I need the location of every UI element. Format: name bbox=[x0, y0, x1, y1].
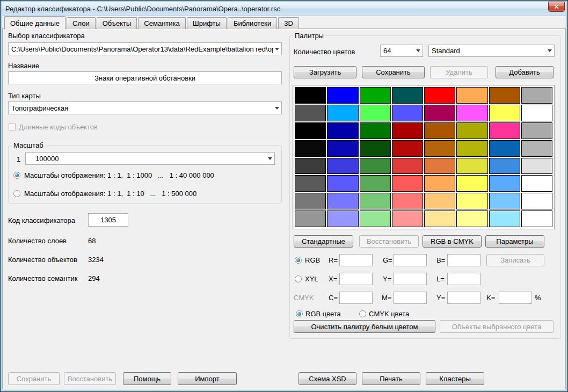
palette-color-cell[interactable] bbox=[360, 122, 391, 139]
import-button[interactable]: Импорт bbox=[178, 372, 237, 385]
standard-colors-button[interactable]: Стандартные bbox=[294, 235, 353, 248]
tab-semantics[interactable]: Семантика bbox=[138, 17, 185, 29]
palette-color-cell[interactable] bbox=[456, 175, 487, 192]
palette-color-cell[interactable] bbox=[489, 175, 520, 192]
c-input[interactable] bbox=[339, 292, 373, 304]
palette-color-cell[interactable] bbox=[456, 193, 487, 209]
tab-libraries[interactable]: Библиотеки bbox=[228, 17, 277, 29]
palette-color-cell[interactable] bbox=[521, 193, 552, 209]
palette-color-cell[interactable] bbox=[456, 158, 487, 175]
print-button[interactable]: Печать bbox=[362, 372, 420, 385]
palette-color-cell[interactable] bbox=[360, 87, 391, 104]
tab-layers[interactable]: Слои bbox=[67, 17, 96, 29]
palette-color-cell[interactable] bbox=[392, 210, 423, 227]
parameters-button[interactable]: Параметры bbox=[485, 235, 544, 248]
palette-color-cell[interactable] bbox=[295, 105, 326, 121]
footer-restore-button[interactable]: Восстановить bbox=[64, 372, 116, 385]
palette-color-cell[interactable] bbox=[424, 210, 455, 227]
palette-color-cell[interactable] bbox=[456, 210, 487, 227]
help-button[interactable]: Помощь bbox=[123, 372, 171, 385]
palette-color-cell[interactable] bbox=[295, 122, 326, 139]
palette-color-cell[interactable] bbox=[360, 210, 391, 227]
palette-color-cell[interactable] bbox=[295, 87, 326, 104]
palette-color-cell[interactable] bbox=[360, 193, 391, 209]
palette-color-cell[interactable] bbox=[327, 122, 358, 139]
palette-color-cell[interactable] bbox=[456, 122, 487, 139]
palette-color-cell[interactable] bbox=[360, 158, 391, 175]
g-input[interactable] bbox=[394, 254, 427, 266]
palette-color-cell[interactable] bbox=[489, 158, 520, 175]
colors-count-combobox[interactable]: 64 bbox=[380, 45, 423, 57]
chevron-down-icon[interactable] bbox=[266, 153, 274, 164]
palette-color-cell[interactable] bbox=[392, 122, 423, 139]
palette-color-cell[interactable] bbox=[424, 87, 455, 104]
classifier-name-input[interactable]: Знаки оперативной обстановки bbox=[8, 71, 282, 84]
palette-color-cell[interactable] bbox=[424, 140, 455, 157]
palette-color-cell[interactable] bbox=[295, 158, 326, 175]
clusters-button[interactable]: Кластеры bbox=[426, 372, 484, 385]
palette-color-cell[interactable] bbox=[424, 193, 455, 209]
palette-color-cell[interactable] bbox=[424, 122, 455, 139]
delete-palette-button[interactable]: Удалить bbox=[430, 66, 488, 78]
palette-color-cell[interactable] bbox=[424, 175, 455, 192]
scale-range-2-radio[interactable] bbox=[13, 190, 20, 197]
scale-combobox[interactable]: 100000 bbox=[25, 153, 275, 165]
restore-colors-button[interactable]: Восстановить bbox=[359, 235, 419, 248]
palette-color-cell[interactable] bbox=[456, 105, 487, 121]
tab-3d[interactable]: 3D bbox=[278, 17, 299, 29]
palette-color-cell[interactable] bbox=[424, 105, 455, 121]
palette-color-cell[interactable] bbox=[489, 210, 520, 227]
palette-color-cell[interactable] bbox=[360, 140, 391, 157]
map-type-combobox[interactable]: Топографическая bbox=[8, 101, 282, 114]
palette-color-cell[interactable] bbox=[295, 175, 326, 192]
palette-color-cell[interactable] bbox=[327, 158, 358, 175]
cmyk-colors-radio[interactable] bbox=[359, 310, 366, 317]
palette-color-cell[interactable] bbox=[456, 87, 487, 104]
chevron-down-icon[interactable] bbox=[414, 45, 423, 56]
xsd-schema-button[interactable]: Схема XSD bbox=[298, 372, 356, 385]
rgb-to-cmyk-button[interactable]: RGB в CMYK bbox=[423, 235, 482, 248]
y-input[interactable] bbox=[394, 273, 427, 285]
palette-color-cell[interactable] bbox=[392, 175, 423, 192]
palette-color-cell[interactable] bbox=[327, 193, 358, 209]
palette-color-cell[interactable] bbox=[392, 87, 423, 104]
tab-general-data[interactable]: Общие данные bbox=[4, 16, 65, 30]
palette-color-cell[interactable] bbox=[521, 175, 552, 192]
save-palette-button[interactable]: Сохранить bbox=[362, 66, 425, 78]
l-input[interactable] bbox=[447, 273, 480, 285]
add-palette-button[interactable]: Добавить bbox=[496, 66, 554, 78]
x-input[interactable] bbox=[339, 273, 373, 285]
palette-color-cell[interactable] bbox=[489, 87, 520, 104]
palette-color-cell[interactable] bbox=[295, 210, 326, 227]
classifier-path-combobox[interactable]: C:\Users\Public\Documents\Panorama\Opera… bbox=[8, 42, 282, 55]
palette-color-cell[interactable] bbox=[521, 140, 552, 157]
palette-color-cell[interactable] bbox=[489, 122, 520, 139]
palette-color-cell[interactable] bbox=[327, 105, 358, 121]
palette-color-cell[interactable] bbox=[392, 193, 423, 209]
palette-color-cell[interactable] bbox=[327, 140, 358, 157]
clear-palette-button[interactable]: Очистить палитру белым цветом bbox=[294, 320, 435, 333]
k-input[interactable] bbox=[499, 292, 532, 304]
palette-color-cell[interactable] bbox=[327, 175, 358, 192]
b-input[interactable] bbox=[447, 254, 480, 266]
rgb-mode-radio[interactable] bbox=[295, 257, 302, 264]
palette-color-cell[interactable] bbox=[521, 158, 552, 175]
palette-color-cell[interactable] bbox=[489, 105, 520, 121]
rgb-colors-radio[interactable] bbox=[296, 310, 303, 317]
chevron-down-icon[interactable] bbox=[545, 45, 554, 56]
palette-color-cell[interactable] bbox=[489, 140, 520, 157]
palette-color-cell[interactable] bbox=[327, 87, 358, 104]
tab-objects[interactable]: Объекты bbox=[97, 17, 137, 29]
footer-save-button[interactable]: Сохранить bbox=[8, 372, 60, 385]
chevron-down-icon[interactable] bbox=[273, 102, 281, 114]
classifier-code-input[interactable]: 1305 bbox=[88, 213, 128, 227]
r-input[interactable] bbox=[339, 254, 373, 266]
palette-color-cell[interactable] bbox=[521, 105, 552, 121]
palette-color-cell[interactable] bbox=[392, 105, 423, 121]
long-codes-checkbox[interactable] bbox=[9, 124, 16, 130]
palette-color-cell[interactable] bbox=[360, 175, 391, 192]
objects-of-color-button[interactable]: Объекты выбранного цвета bbox=[440, 320, 554, 333]
palette-color-cell[interactable] bbox=[521, 210, 552, 227]
palette-color-cell[interactable] bbox=[327, 210, 358, 227]
scale-range-1-radio[interactable] bbox=[13, 172, 20, 179]
